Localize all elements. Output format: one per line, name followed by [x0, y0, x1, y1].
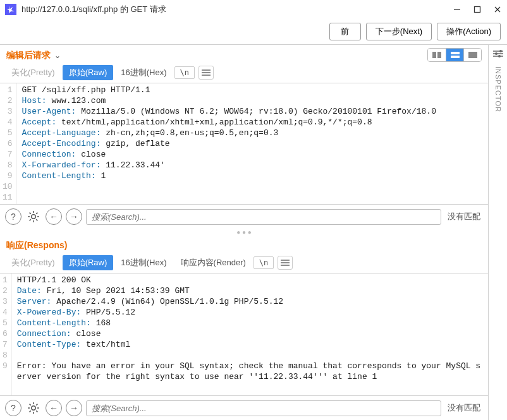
- response-no-match: 没有匹配: [445, 402, 483, 414]
- request-pane: 编辑后请求 ⌄ 美化(Pretty) 原始(Raw) 16进制(Hex) \n …: [0, 45, 488, 229]
- svg-line-19: [36, 213, 37, 214]
- close-button[interactable]: [493, 5, 502, 14]
- settings-icon[interactable]: [493, 50, 503, 57]
- request-no-match: 没有匹配: [445, 211, 483, 222]
- next-button[interactable]: 下一步(Next): [366, 23, 432, 40]
- svg-rect-5: [437, 52, 441, 58]
- gear-icon[interactable]: [25, 400, 42, 416]
- response-tabs: 美化(Pretty) 原始(Raw) 16进制(Hex) 响应内容(Render…: [0, 255, 488, 273]
- response-title: 响应(Respons): [6, 240, 67, 251]
- next-match-button[interactable]: →: [66, 208, 82, 225]
- svg-line-31: [36, 404, 37, 405]
- tab-raw[interactable]: 原始(Raw): [63, 255, 114, 270]
- tab-pretty[interactable]: 美化(Pretty): [5, 65, 61, 80]
- svg-line-18: [36, 219, 37, 220]
- svg-line-29: [30, 404, 31, 405]
- svg-rect-7: [451, 56, 460, 58]
- request-tabs: 美化(Pretty) 原始(Raw) 16进制(Hex) \n: [0, 65, 488, 83]
- svg-point-38: [498, 55, 501, 57]
- response-search-input[interactable]: [86, 400, 441, 416]
- help-icon[interactable]: ?: [5, 208, 21, 225]
- titlebar: http://127.0.0.1/sqli/xff.php 的 GET 请求: [0, 0, 507, 19]
- tab-newline[interactable]: \n: [174, 66, 195, 79]
- svg-rect-6: [451, 52, 460, 54]
- prev-button[interactable]: 前: [329, 23, 361, 40]
- window-title: http://127.0.0.1/sqli/xff.php 的 GET 请求: [21, 4, 448, 15]
- svg-line-30: [36, 411, 37, 412]
- view-single-button[interactable]: [463, 49, 481, 61]
- request-search-input[interactable]: [86, 209, 441, 225]
- svg-line-20: [30, 219, 31, 220]
- svg-point-24: [32, 406, 35, 410]
- app-icon: [5, 4, 16, 15]
- tab-hex[interactable]: 16进制(Hex): [114, 65, 173, 80]
- tab-pretty[interactable]: 美化(Pretty): [5, 255, 61, 270]
- inspector-label[interactable]: INSPECTOR: [494, 66, 502, 112]
- tab-hex[interactable]: 16进制(Hex): [114, 255, 173, 270]
- maximize-button[interactable]: [473, 5, 482, 14]
- request-title: 编辑后请求: [6, 50, 51, 61]
- response-pane: 响应(Respons) 美化(Pretty) 原始(Raw) 16进制(Hex)…: [0, 235, 488, 420]
- tab-raw[interactable]: 原始(Raw): [63, 65, 114, 80]
- gear-icon[interactable]: [25, 208, 42, 225]
- pane-divider[interactable]: ● ● ●: [0, 229, 488, 235]
- action-button[interactable]: 操作(Action): [437, 23, 501, 40]
- tab-newline[interactable]: \n: [254, 256, 274, 269]
- svg-rect-8: [468, 52, 477, 58]
- svg-rect-4: [432, 52, 436, 58]
- svg-line-32: [30, 411, 31, 412]
- hamburger-icon[interactable]: [278, 256, 293, 270]
- svg-point-36: [495, 52, 498, 55]
- right-rail: INSPECTOR: [488, 44, 507, 420]
- svg-point-34: [499, 50, 502, 52]
- hamburger-icon[interactable]: [199, 66, 214, 80]
- toolbar: 前 下一步(Next) 操作(Action): [0, 19, 507, 44]
- tab-render[interactable]: 响应内容(Render): [174, 255, 252, 270]
- view-columns-button[interactable]: [428, 49, 446, 61]
- svg-rect-1: [475, 7, 480, 13]
- prev-match-button[interactable]: ←: [46, 208, 62, 225]
- svg-point-12: [32, 215, 35, 219]
- help-icon[interactable]: ?: [5, 400, 21, 416]
- prev-match-button[interactable]: ←: [46, 400, 62, 416]
- request-body[interactable]: 1 2 3 4 5 6 7 8 9 10 11 GET /sqli/xff.ph…: [0, 83, 488, 205]
- next-match-button[interactable]: →: [66, 400, 82, 416]
- response-body[interactable]: 1 2 3 4 5 6 7 8 9 HTTP/1.1 200 OK Date: …: [0, 273, 488, 396]
- svg-line-17: [30, 213, 31, 214]
- minimize-button[interactable]: [453, 5, 461, 14]
- view-rows-button[interactable]: [446, 49, 463, 61]
- chevron-down-icon[interactable]: ⌄: [54, 51, 61, 60]
